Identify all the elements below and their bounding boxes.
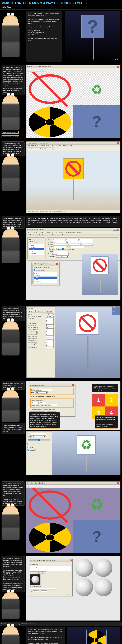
mask-list[interactable]: 0: Base 1: Diffuse 2: Sign 3: Post 4: Sp… [33, 272, 58, 283]
list-item[interactable]: 0: Base [34, 272, 57, 274]
opacity[interactable] [53, 246, 66, 248]
tool[interactable]: ◐ [49, 148, 51, 150]
tex[interactable] [51, 253, 69, 255]
add-btn[interactable]: + [30, 572, 34, 574]
diffuse-g[interactable] [66, 239, 79, 241]
control-name[interactable] [39, 389, 52, 391]
close-btn[interactable]: × [117, 66, 120, 68]
menu-item[interactable]: File (F) [27, 231, 32, 233]
btn[interactable]: ▶ [32, 443, 36, 445]
tool[interactable]: ⟲ [39, 485, 42, 488]
scale-btn[interactable]: Scale (S) [45, 310, 53, 312]
material-list[interactable]: 0: Base 1: Diffuse 2: Sign 3: Post 4: Sp… [29, 244, 44, 255]
expr-sel[interactable]: sign2 [30, 436, 46, 438]
morph-slider[interactable] [27, 439, 51, 441]
tool-btn[interactable]: ✦ [27, 69, 30, 72]
y-input[interactable] [40, 402, 46, 404]
bone-sel[interactable]: center [31, 433, 46, 435]
menu-item[interactable]: View (V) [40, 231, 45, 233]
list-item[interactable]: 3: Post [34, 278, 57, 281]
maximize-btn[interactable]: □ [115, 229, 117, 230]
close-btn[interactable]: × [117, 482, 120, 484]
tool[interactable]: ✦ [33, 485, 36, 488]
diffuse-b[interactable] [79, 239, 92, 241]
menu-item[interactable]: Display feature [55, 231, 64, 233]
size-input[interactable] [33, 590, 39, 592]
tab[interactable]: Bone [38, 266, 41, 268]
maximize-btn[interactable]: □ [115, 482, 117, 484]
tool-btn[interactable]: ⬚ [30, 69, 33, 72]
tool[interactable]: ⟲ [45, 148, 48, 150]
tool[interactable]: ✎ [30, 148, 33, 150]
spec-g[interactable] [67, 241, 80, 243]
tab[interactable]: Display [27, 234, 32, 236]
cb-mask[interactable] [33, 270, 35, 271]
amb-r[interactable] [53, 244, 66, 246]
list-item[interactable]: 4: Specular [34, 281, 57, 283]
menu-item[interactable]: Plugins [63, 145, 67, 147]
tool[interactable]: ▶ [27, 485, 30, 488]
edge[interactable] [54, 251, 67, 253]
btn[interactable]: Reset [36, 443, 42, 445]
menu-item[interactable]: Window [56, 145, 61, 147]
minimize-btn[interactable]: _ [113, 66, 115, 68]
menu-item[interactable]: Draw [46, 145, 50, 147]
menu-item[interactable]: Help [69, 145, 72, 147]
list-item[interactable]: 1: Diffuse [34, 274, 57, 276]
menu-item[interactable]: Material feature [66, 231, 76, 233]
list-item[interactable]: 0: Base [29, 244, 44, 246]
x-input[interactable] [32, 402, 38, 404]
tool-btn[interactable]: ✎ [36, 69, 39, 72]
tab[interactable]: Frames [45, 234, 50, 236]
spec-r[interactable] [54, 241, 67, 243]
reflect[interactable] [71, 246, 84, 248]
menu-item[interactable]: More (P) [77, 231, 83, 233]
size-input2[interactable] [41, 590, 47, 592]
list-item[interactable]: 3: Post [29, 250, 44, 252]
menu-item[interactable]: Edit (E) [33, 231, 38, 233]
tool-btn[interactable]: ○ [33, 69, 36, 72]
amb-b[interactable] [80, 244, 93, 246]
tool[interactable]: ⬚ [30, 485, 33, 488]
minimize-btn[interactable]: _ [113, 142, 115, 144]
amb-g[interactable] [67, 244, 79, 246]
rotate-btn[interactable]: Rotate (R) [36, 310, 45, 312]
tab[interactable]: Morphs [39, 234, 44, 236]
tab[interactable]: Bones [34, 234, 38, 236]
tool[interactable]: ↔ [36, 485, 39, 488]
list-item[interactable]: 4: Specular [29, 252, 44, 254]
del-btn[interactable]: − [34, 572, 38, 574]
rot-input[interactable] [51, 404, 57, 406]
menu-item[interactable]: Tools [51, 145, 55, 147]
diffuse-r[interactable] [53, 239, 66, 241]
cb[interactable] [27, 446, 29, 448]
tool-btn[interactable]: ⬙ [39, 69, 42, 72]
src-list[interactable]: moon.png [30, 566, 71, 571]
dn-btn[interactable]: ↓ [42, 572, 46, 574]
tab[interactable]: Normal [42, 266, 47, 268]
tab[interactable]: Point [33, 266, 37, 268]
tool[interactable]: ▶ [27, 148, 30, 150]
toon-sel[interactable]: toon01.bmp [56, 256, 69, 258]
list-item[interactable]: 2: Sign [29, 248, 44, 250]
close-btn[interactable]: × [70, 560, 72, 561]
dest-input[interactable] [30, 588, 56, 590]
cb[interactable] [27, 449, 29, 450]
maximize-btn[interactable]: □ [115, 66, 117, 68]
close-btn[interactable]: × [117, 229, 120, 230]
menu-item[interactable]: Camera [40, 145, 45, 147]
tool[interactable]: ▭ [33, 148, 36, 150]
list-item[interactable]: 2: Sign [34, 276, 57, 278]
tab[interactable]: Rigid [52, 234, 55, 236]
close-btn[interactable]: × [56, 263, 58, 265]
minimize-btn[interactable]: _ [113, 229, 115, 230]
tab[interactable]: Info [61, 234, 63, 236]
close-btn[interactable]: × [117, 142, 120, 144]
spec-b[interactable] [80, 241, 93, 243]
minimize-btn[interactable]: _ [113, 482, 115, 484]
up-btn[interactable]: ↑ [38, 572, 42, 574]
axis-gizmo[interactable]: +Y+X+Z [112, 307, 120, 315]
tab[interactable]: Joint [56, 234, 59, 236]
move-btn[interactable]: Move (T) [28, 310, 36, 312]
tool[interactable]: ○ [36, 148, 39, 150]
